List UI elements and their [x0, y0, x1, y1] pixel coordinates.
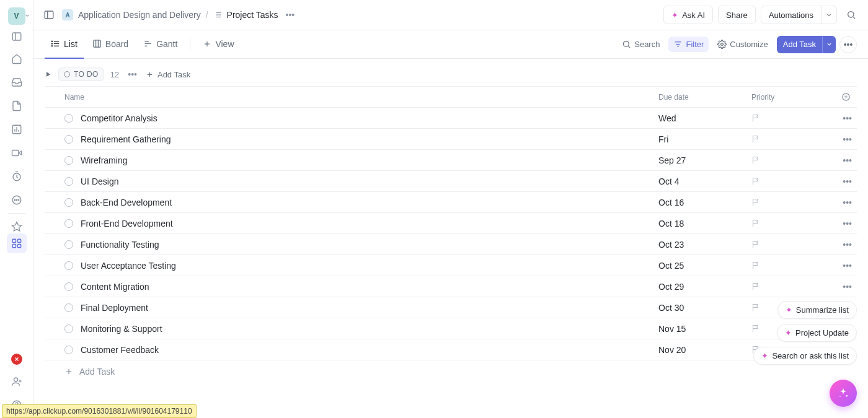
task-due[interactable]: Sep 27 [658, 155, 751, 165]
row-more-icon[interactable]: ••• [832, 176, 857, 186]
breadcrumb-list[interactable]: Project Tasks [227, 10, 278, 20]
clips-icon[interactable] [10, 146, 24, 160]
task-name[interactable]: Monitoring & Support [81, 324, 658, 334]
task-due[interactable]: Oct 30 [658, 303, 751, 313]
task-name[interactable]: Wireframing [81, 155, 658, 165]
automations-button[interactable]: Automations [761, 6, 822, 24]
table-row[interactable]: User Acceptance TestingOct 25••• [45, 255, 857, 276]
task-due[interactable]: Fri [658, 134, 751, 144]
row-more-icon[interactable]: ••• [832, 261, 857, 271]
row-more-icon[interactable]: ••• [832, 113, 857, 123]
invite-user-icon[interactable] [10, 375, 24, 388]
task-due[interactable]: Oct 16 [658, 198, 751, 207]
favorites-star-icon[interactable] [10, 220, 24, 233]
col-name[interactable]: Name [64, 93, 658, 102]
col-priority[interactable]: Priority [751, 93, 832, 102]
priority-flag-icon[interactable] [751, 282, 832, 291]
status-circle-icon[interactable] [64, 156, 73, 165]
col-due[interactable]: Due date [658, 93, 751, 102]
row-more-icon[interactable]: ••• [832, 240, 857, 250]
search-tool[interactable]: Search [617, 37, 665, 52]
task-due[interactable]: Oct 23 [658, 240, 751, 250]
breadcrumb-space[interactable]: Application Design and Delivery [78, 10, 201, 20]
row-more-icon[interactable]: ••• [832, 134, 857, 144]
task-name[interactable]: Functionality Testing [81, 240, 658, 250]
table-row[interactable]: Requirement GatheringFri••• [45, 129, 857, 150]
share-button[interactable]: Share [718, 6, 756, 24]
search-list-button[interactable]: ✦Search or ask this list [753, 347, 857, 365]
table-row[interactable]: Customer FeedbackNov 20 [45, 339, 857, 360]
priority-flag-icon[interactable] [751, 155, 832, 165]
table-row[interactable]: Monitoring & SupportNov 15 [45, 318, 857, 339]
table-row[interactable]: Final DeploymentOct 30••• [45, 297, 857, 318]
add-column-button[interactable] [832, 92, 857, 102]
global-search-button[interactable] [842, 6, 861, 24]
priority-flag-icon[interactable] [751, 240, 832, 249]
ask-ai-button[interactable]: ✦Ask AI [663, 6, 713, 24]
add-task-dropdown[interactable] [822, 36, 836, 53]
docs-icon[interactable] [10, 99, 24, 113]
add-view-button[interactable]: View [197, 30, 240, 59]
row-more-icon[interactable]: ••• [832, 198, 857, 207]
row-more-icon[interactable]: ••• [832, 219, 857, 229]
status-circle-icon[interactable] [64, 324, 73, 333]
task-name[interactable]: Final Deployment [81, 303, 658, 313]
priority-flag-icon[interactable] [751, 219, 832, 228]
priority-flag-icon[interactable] [751, 113, 832, 123]
status-pill[interactable]: TO DO [58, 67, 104, 81]
sidebar-toggle-icon[interactable] [10, 30, 24, 43]
task-name[interactable]: Requirement Gathering [81, 134, 658, 144]
table-row[interactable]: UI DesignOct 4••• [45, 171, 857, 192]
task-name[interactable]: Content Migration [81, 282, 658, 292]
task-due[interactable]: Oct 29 [658, 282, 751, 292]
task-due[interactable]: Nov 15 [658, 324, 751, 334]
task-due[interactable]: Oct 25 [658, 261, 751, 271]
task-due[interactable]: Wed [658, 113, 751, 123]
table-row[interactable]: Back-End DevelopmentOct 16••• [45, 192, 857, 213]
tab-gantt[interactable]: Gantt [137, 30, 184, 59]
task-due[interactable]: Oct 4 [658, 176, 751, 186]
task-due[interactable]: Oct 18 [658, 219, 751, 229]
project-update-button[interactable]: ✦Project Update [777, 324, 857, 342]
group-more-icon[interactable]: ••• [125, 69, 140, 79]
dashboards-icon[interactable] [10, 123, 24, 136]
priority-flag-icon[interactable] [751, 261, 832, 270]
add-task-button[interactable]: Add Task [777, 36, 822, 53]
tab-list[interactable]: List [45, 30, 84, 59]
inbox-icon[interactable] [10, 76, 24, 89]
priority-flag-icon[interactable] [751, 134, 832, 144]
table-row[interactable]: Competitor AnalysisWed••• [45, 108, 857, 129]
row-more-icon[interactable]: ••• [832, 155, 857, 165]
breadcrumb-more-icon[interactable]: ••• [283, 10, 298, 20]
task-name[interactable]: UI Design [81, 176, 658, 186]
timesheets-icon[interactable] [10, 170, 24, 183]
ai-fab-button[interactable] [830, 380, 857, 407]
table-row[interactable]: Functionality TestingOct 23••• [45, 234, 857, 255]
status-circle-icon[interactable] [64, 219, 73, 228]
status-circle-icon[interactable] [64, 177, 73, 186]
status-circle-icon[interactable] [64, 114, 73, 123]
collapse-caret-icon[interactable] [45, 71, 52, 78]
task-name[interactable]: User Acceptance Testing [81, 261, 658, 271]
priority-flag-icon[interactable] [751, 198, 832, 207]
status-circle-icon[interactable] [64, 240, 73, 249]
status-circle-icon[interactable] [64, 261, 73, 270]
table-row[interactable]: Content MigrationOct 29••• [45, 276, 857, 297]
tab-board[interactable]: Board [86, 30, 135, 59]
home-icon[interactable] [10, 52, 24, 66]
table-row[interactable]: Front-End DevelopmentOct 18••• [45, 213, 857, 234]
task-name[interactable]: Back-End Development [81, 198, 658, 207]
spaces-grid-icon[interactable] [7, 233, 27, 253]
more-icon[interactable] [10, 193, 24, 207]
task-name[interactable]: Customer Feedback [81, 345, 658, 355]
customize-tool[interactable]: Customize [712, 37, 773, 52]
status-circle-icon[interactable] [64, 282, 73, 291]
row-more-icon[interactable]: ••• [832, 282, 857, 292]
status-circle-icon[interactable] [64, 303, 73, 312]
task-due[interactable]: Nov 20 [658, 345, 751, 355]
workspace-avatar[interactable]: V [8, 7, 25, 25]
table-row[interactable]: WireframingSep 27••• [45, 150, 857, 171]
automations-dropdown[interactable] [821, 6, 837, 24]
task-name[interactable]: Competitor Analysis [81, 113, 658, 123]
filter-tool[interactable]: Filter [668, 37, 709, 52]
